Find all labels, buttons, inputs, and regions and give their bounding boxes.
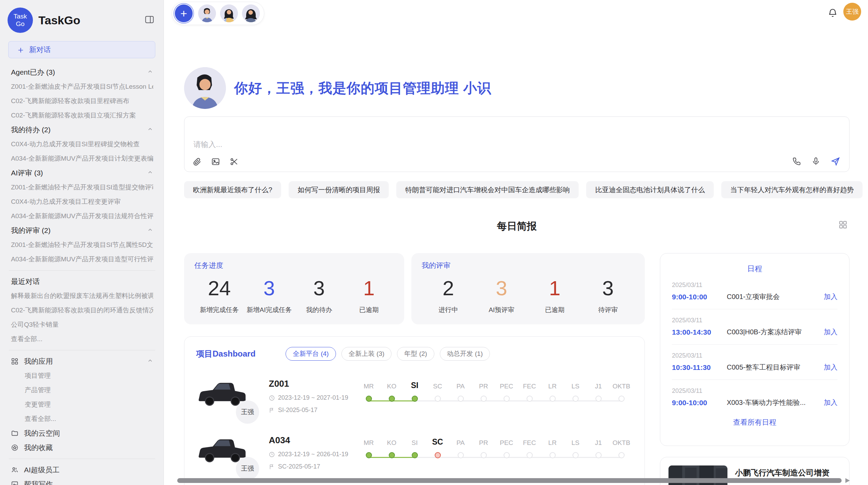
project-image: 王强 [196, 378, 248, 412]
suggestion-chip[interactable]: 如何写一份清晰的项目周报 [289, 181, 389, 198]
greeting-text: 你好，王强，我是你的项目管理助理 小识 [234, 79, 491, 98]
sidebar-group-agent-done[interactable]: Agent已办 (3) [11, 65, 153, 79]
filter-tab[interactable]: 全新上装 (3) [341, 347, 392, 361]
suggestion-chip[interactable]: 比亚迪全固态电池计划具体说了什么 [586, 181, 714, 198]
suggestion-chip[interactable]: 当下年轻人对汽车外观有怎样的喜好趋势 [721, 181, 863, 198]
view-all-recent[interactable]: 查看全部... [11, 332, 153, 346]
sidebar-group-ai-review[interactable]: AI评审 (3) [11, 166, 153, 180]
milestone-label: LS [571, 436, 579, 447]
project-row[interactable]: 王强 A034 2023-12-19 ~ 2026-01-19 SC-2025-… [196, 435, 633, 470]
divider [9, 270, 155, 271]
list-item[interactable]: Z001-全新燃油轻卡产品开发项目SI节点属性5D文件评审 [11, 238, 153, 252]
milestone-label: SC [433, 379, 442, 390]
suggestion-chip[interactable]: 欧洲新规最近颁布了什么? [184, 181, 281, 198]
milestone-label: KO [387, 436, 396, 447]
list-item[interactable]: Z001-全新燃油轻卡产品开发项目SI造型提交物评审 [11, 180, 153, 195]
filter-tab[interactable]: 年型 (2) [397, 347, 434, 361]
sidebar-group-my-review[interactable]: 我的评审 (2) [11, 223, 153, 238]
milestone-dot [527, 452, 533, 458]
add-agent-button[interactable]: + [175, 4, 193, 22]
list-item[interactable]: A034-全新新能源MUV产品开发项目造型可行性评审 [11, 252, 153, 266]
layout-grid-icon[interactable] [839, 220, 847, 231]
milestone-dot [412, 452, 418, 458]
join-link[interactable]: 加入 [824, 292, 837, 301]
stat-label: 已逾期 [528, 306, 581, 314]
chat-input[interactable]: 请输入... [184, 116, 849, 172]
image-upload-icon[interactable] [211, 157, 220, 166]
filter-tab[interactable]: 动总开发 (1) [440, 347, 490, 361]
milestone-label: PR [479, 436, 488, 447]
agent-avatar-3[interactable] [242, 4, 260, 22]
collapse-sidebar-icon[interactable] [144, 14, 155, 26]
milestone: SC [426, 379, 449, 402]
scissors-icon[interactable] [230, 157, 239, 166]
attachment-icon[interactable] [193, 157, 202, 166]
view-all-schedule-link[interactable]: 查看所有日程 [672, 418, 837, 427]
greeting-block: 你好，王强，我是你的项目管理助理 小识 [184, 67, 849, 109]
schedule-item: 2025/03/11 9:00-10:00 X003-车辆动力学性能验... 加… [672, 380, 837, 407]
project-dashboard-card: 项目Dashboard 全新平台 (4) 全新上装 (3) 年型 (2) 动总开… [184, 336, 645, 485]
schedule-item: 2025/03/11 9:00-10:00 C001-立项审批会 加入 [672, 274, 837, 301]
join-link[interactable]: 加入 [824, 327, 837, 337]
stat-value: 3 [244, 276, 294, 300]
flag-icon [269, 464, 275, 470]
stat-value: 1 [528, 276, 581, 300]
chevron-up-icon[interactable] [147, 357, 153, 365]
milestone-label: OKTB [613, 436, 630, 447]
user-avatar[interactable]: 王强 [843, 3, 861, 21]
sidebar-item-cloud-space[interactable]: 我的云空间 [11, 426, 153, 440]
sidebar-item-my-apps[interactable]: 我的应用 [11, 354, 153, 369]
join-link[interactable]: 加入 [824, 398, 837, 407]
list-item[interactable]: 公司Q3轻卡销量 [11, 318, 153, 332]
milestone-dot [527, 396, 533, 402]
milestone: KO [380, 379, 403, 402]
list-item[interactable]: C02-飞腾新能源轻客改款项目立项汇报方案 [11, 108, 153, 123]
stat-value: 3 [294, 276, 344, 300]
list-item[interactable]: C0X4-动力总成开发项目SI里程碑提交物检查 [11, 137, 153, 151]
chevron-up-icon[interactable] [147, 68, 153, 76]
sidebar-item-project-mgmt[interactable]: 项目管理 [11, 369, 153, 383]
list-item[interactable]: C02-飞腾新能源轻客改款项目里程碑画布 [11, 94, 153, 108]
sidebar-item-product-mgmt[interactable]: 产品管理 [11, 383, 153, 397]
sidebar-item-ai-employee[interactable]: AI超级员工 [11, 463, 153, 477]
milestone-timeline: MRKOSISCPAPRPECFECLRLSJ1OKTB [357, 378, 633, 402]
microphone-icon[interactable] [811, 157, 820, 166]
list-item[interactable]: C0X4-动力总成开发项目工程变更评审 [11, 195, 153, 209]
chevron-up-icon[interactable] [147, 126, 153, 134]
sidebar-item-change-mgmt[interactable]: 变更管理 [11, 397, 153, 412]
sidebar-item-help-write[interactable]: 帮我写作 [11, 477, 153, 485]
list-item[interactable]: 解释最新出台的欧盟报废车法规再生塑料比例被调至15%... [11, 289, 153, 303]
agent-avatar-bar: + [172, 2, 264, 25]
horizontal-scrollbar[interactable] [177, 478, 842, 483]
list-item[interactable]: A034-全新新能源MUV产品开发项目计划变更表编写 [11, 151, 153, 166]
milestone-label: SC [432, 436, 443, 447]
suggestion-chip[interactable]: 特朗普可能对进口汽车增税会对中国车企造成哪些影响 [396, 181, 579, 198]
milestone-dot [458, 452, 464, 458]
new-chat-button[interactable]: ＋ 新对话 [8, 41, 155, 58]
milestone-label: PR [479, 379, 488, 390]
scroll-right-arrow[interactable] [845, 478, 850, 483]
notification-bell-icon[interactable] [828, 8, 838, 19]
milestone: MR [357, 436, 380, 458]
project-row[interactable]: 王强 Z001 2023-12-19 ~ 2027-01-19 SI-2025-… [196, 378, 633, 414]
assistant-avatar [184, 67, 226, 109]
join-link[interactable]: 加入 [824, 363, 837, 372]
milestone-label: MR [364, 436, 374, 447]
filter-tab[interactable]: 全新平台 (4) [286, 347, 336, 361]
agent-avatar-2[interactable] [220, 4, 238, 22]
sidebar-item-favorites[interactable]: 我的收藏 [11, 440, 153, 455]
chevron-up-icon[interactable] [147, 169, 153, 177]
list-item[interactable]: Z001-全新燃油皮卡产品开发项目SI节点Lesson Learn报告 [11, 79, 153, 94]
folder-icon [11, 430, 19, 437]
list-item[interactable]: A034-全新新能源MUV产品开发项目法规符合性评审 [11, 209, 153, 223]
phone-call-icon[interactable] [792, 157, 801, 166]
chevron-up-icon[interactable] [147, 226, 153, 235]
sidebar-group-my-todo[interactable]: 我的待办 (2) [11, 123, 153, 137]
view-all-apps[interactable]: 查看全部... [11, 412, 153, 426]
milestone-dot [595, 452, 602, 458]
list-item[interactable]: C02-飞腾新能源轻客改款项目的闭环通告反馈情况 [11, 303, 153, 318]
send-icon[interactable] [831, 157, 840, 166]
agent-avatar-1[interactable] [198, 4, 216, 22]
help-write-label: 帮我写作 [24, 480, 53, 485]
milestone-label: SI [412, 436, 418, 447]
